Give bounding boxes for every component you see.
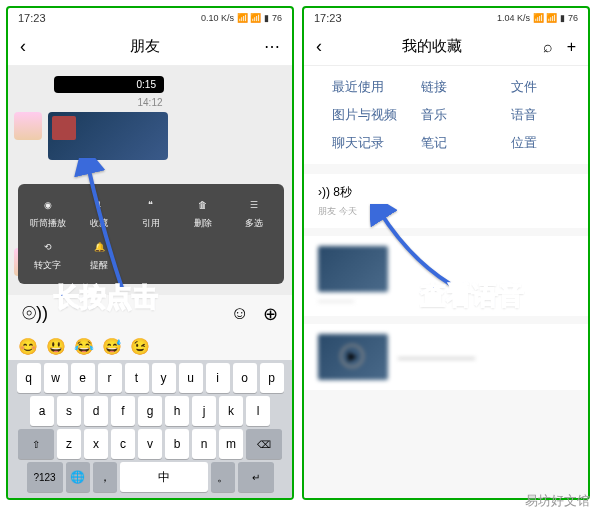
key-comma[interactable]: ， xyxy=(93,462,117,492)
cat-note[interactable]: 笔记 xyxy=(401,134,490,152)
ctx-delete[interactable]: 🗑删除 xyxy=(177,192,229,234)
key-s[interactable]: s xyxy=(57,396,81,426)
key-w[interactable]: w xyxy=(44,363,68,393)
status-time: 17:23 xyxy=(314,12,342,24)
key-enter[interactable]: ↵ xyxy=(238,462,274,492)
cat-music[interactable]: 音乐 xyxy=(401,106,490,124)
annotation-right: 查看语音 xyxy=(420,278,524,313)
key-b[interactable]: b xyxy=(165,429,189,459)
message-row xyxy=(14,112,286,160)
cat-file[interactable]: 文件 xyxy=(491,78,580,96)
key-a[interactable]: a xyxy=(30,396,54,426)
emoji[interactable]: 😊 xyxy=(18,337,38,356)
chat-body: 0:15 14:12 ◉听筒播放 ⬇收藏 ❝引用 🗑删除 ☰多选 ⟲转文字 🔔提… xyxy=(8,66,292,295)
context-menu: ◉听筒播放 ⬇收藏 ❝引用 🗑删除 ☰多选 ⟲转文字 🔔提醒 xyxy=(18,184,284,284)
key-l[interactable]: l xyxy=(246,396,270,426)
key-period[interactable]: 。 xyxy=(211,462,235,492)
key-h[interactable]: h xyxy=(165,396,189,426)
emoji[interactable]: 😂 xyxy=(74,337,94,356)
key-e[interactable]: e xyxy=(71,363,95,393)
status-bar: 17:23 1.04 K/s 📶 📶 ▮ 76 xyxy=(304,8,588,28)
trash-icon: 🗑 xyxy=(194,196,212,214)
status-bar: 17:23 0.10 K/s 📶 📶 ▮ 76 xyxy=(8,8,292,28)
add-icon[interactable]: + xyxy=(567,38,576,56)
category-grid: 最近使用 链接 文件 图片与视频 音乐 语音 聊天记录 笔记 位置 xyxy=(304,66,588,164)
key-u[interactable]: u xyxy=(179,363,203,393)
emoji[interactable]: 😅 xyxy=(102,337,122,356)
ctx-multiselect[interactable]: ☰多选 xyxy=(228,192,280,234)
search-icon[interactable]: ⌕ xyxy=(543,38,553,56)
more-icon[interactable]: ⋯ xyxy=(264,37,280,56)
item-thumbnail: ▶ xyxy=(318,334,388,380)
favorite-item[interactable]: ▶ ——————— xyxy=(304,324,588,390)
key-c[interactable]: c xyxy=(111,429,135,459)
left-phone: 17:23 0.10 K/s 📶 📶 ▮ 76 ‹ 朋友 ⋯ 0:15 14:1… xyxy=(6,6,294,500)
cat-chatlog[interactable]: 聊天记录 xyxy=(312,134,401,152)
key-shift[interactable]: ⇧ xyxy=(18,429,54,459)
ctx-totext[interactable]: ⟲转文字 xyxy=(22,234,74,276)
emoji-icon[interactable]: ☺ xyxy=(231,303,249,325)
key-j[interactable]: j xyxy=(192,396,216,426)
back-icon[interactable]: ‹ xyxy=(316,36,322,57)
key-space[interactable]: 中 xyxy=(120,462,208,492)
key-f[interactable]: f xyxy=(111,396,135,426)
key-num[interactable]: ?123 xyxy=(27,462,63,492)
plus-icon[interactable]: ⊕ xyxy=(263,303,278,325)
ear-icon: ◉ xyxy=(39,196,57,214)
play-icon: ▶ xyxy=(340,344,364,368)
key-v[interactable]: v xyxy=(138,429,162,459)
favorites-nav: ‹ 我的收藏 ⌕ + xyxy=(304,28,588,66)
favorites-title: 我的收藏 xyxy=(402,37,462,56)
key-d[interactable]: d xyxy=(84,396,108,426)
key-q[interactable]: q xyxy=(17,363,41,393)
keyboard: qwertyuiop asdfghjkl ⇧zxcvbnm⌫ ?123 🌐 ， … xyxy=(8,360,292,498)
key-z[interactable]: z xyxy=(57,429,81,459)
key-delete[interactable]: ⌫ xyxy=(246,429,282,459)
emoji[interactable]: 😉 xyxy=(130,337,150,356)
key-p[interactable]: p xyxy=(260,363,284,393)
text-icon: ⟲ xyxy=(39,238,57,256)
back-icon[interactable]: ‹ xyxy=(20,36,26,57)
cat-link[interactable]: 链接 xyxy=(401,78,490,96)
avatar[interactable] xyxy=(14,112,42,140)
ctx-earpiece[interactable]: ◉听筒播放 xyxy=(22,192,74,234)
cat-location[interactable]: 位置 xyxy=(491,134,580,152)
key-r[interactable]: r xyxy=(98,363,122,393)
voice-message-bar[interactable]: 0:15 xyxy=(54,76,164,93)
key-t[interactable]: t xyxy=(125,363,149,393)
status-right: 0.10 K/s 📶 📶 ▮ 76 xyxy=(201,13,282,23)
select-icon: ☰ xyxy=(245,196,263,214)
emoji[interactable]: 😃 xyxy=(46,337,66,356)
status-time: 17:23 xyxy=(18,12,46,24)
key-o[interactable]: o xyxy=(233,363,257,393)
sound-wave-icon: ›)) xyxy=(318,185,333,199)
emoji-row: 😊 😃 😂 😅 😉 xyxy=(8,333,292,360)
key-i[interactable]: i xyxy=(206,363,230,393)
key-y[interactable]: y xyxy=(152,363,176,393)
quote-icon: ❝ xyxy=(142,196,160,214)
timestamp: 14:12 xyxy=(14,97,286,108)
status-right: 1.04 K/s 📶 📶 ▮ 76 xyxy=(497,13,578,23)
key-g[interactable]: g xyxy=(138,396,162,426)
cat-voice[interactable]: 语音 xyxy=(491,106,580,124)
key-k[interactable]: k xyxy=(219,396,243,426)
key-x[interactable]: x xyxy=(84,429,108,459)
cat-recent[interactable]: 最近使用 xyxy=(312,78,401,96)
annotation-left: 长按点击 xyxy=(54,280,158,315)
key-switch[interactable]: 🌐 xyxy=(66,462,90,492)
cat-media[interactable]: 图片与视频 xyxy=(312,106,401,124)
watermark: 易坊好文馆 xyxy=(525,492,590,510)
key-n[interactable]: n xyxy=(192,429,216,459)
key-m[interactable]: m xyxy=(219,429,243,459)
voice-input-icon[interactable]: ⦾)) xyxy=(22,303,48,325)
chat-nav: ‹ 朋友 ⋯ xyxy=(8,28,292,66)
video-thumbnail[interactable] xyxy=(48,112,168,160)
chat-title: 朋友 xyxy=(130,37,160,56)
